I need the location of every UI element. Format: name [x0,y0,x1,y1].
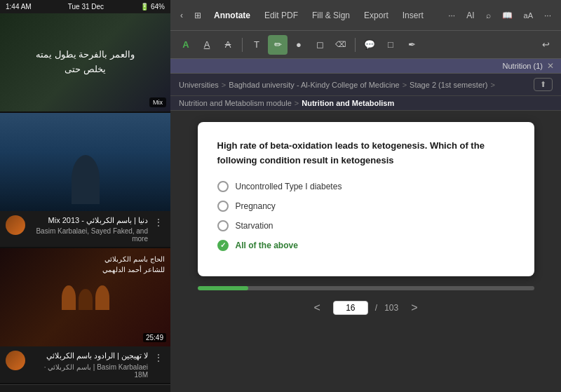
search-button[interactable]: ⌕ [482,8,495,23]
right-panel: ‹ ⊞ Annotate Edit PDF Fill & Sign Export… [170,0,561,392]
crowd-person-2 [79,289,93,310]
video-item-1[interactable]: والعمر بالفرحة يطول يمته يخلص حتى Mix [0,13,170,111]
video-item-2[interactable]: دنيا | باسم الكربلائي - Mix 2013 Basim K… [0,113,170,247]
text-strikethrough-btn[interactable]: A [218,35,238,55]
ink-btn[interactable]: ● [289,35,309,55]
nutrition-badge-bar: Nutrition (1) ✕ [170,59,561,74]
undo-btn[interactable]: ↩ [536,35,555,55]
share-button[interactable]: ⬆ [534,78,553,91]
insert-tab[interactable]: Insert [397,8,429,23]
video-item-3[interactable]: الحاج باسم الكربلائي للشاعر أحمد الدلهمي… [0,248,170,382]
signature-icon: ✒ [408,39,416,50]
text-color-icon: A [182,39,189,50]
video-title-2: دنيا | باسم الكربلائي - Mix 2013 [29,215,148,226]
reader-button[interactable]: 📖 [498,8,517,23]
text-underline-btn[interactable]: A [197,35,217,55]
option-label-4: All of the above [236,241,298,250]
option-label-1: Uncontrolled Type I diabetes [236,182,342,191]
breadcrumb-universities[interactable]: Universities [179,81,219,89]
nutrition-badge-close[interactable]: ✕ [547,61,554,71]
nutrition-badge-text: Nutrition (1) [503,62,543,70]
time-display: 1:44 AM [6,3,32,11]
breadcrumb-university[interactable]: Baghdad university - Al-Kindy College of… [229,81,399,89]
highlight-btn[interactable]: ✏ [268,35,288,55]
avatar-3 [6,351,25,370]
video-arabic-text: والعمر بالفرحة يطول يمته يخلص حتى [30,42,140,83]
settings-button[interactable]: ··· [540,8,555,23]
video-duration-3: 25:49 [143,333,166,342]
clear-icon: ⌫ [335,40,346,49]
type-text-btn[interactable]: T [247,35,266,55]
video-bg-1: والعمر بالفرحة يطول يمته يخلص حتى [0,13,170,111]
video-title-3: لا تهيجين | الرادود باسم الكربلائي [29,351,148,361]
status-bar: 1:44 AM Tue 31 Dec 🔋 64% [0,0,170,13]
edit-pdf-tab[interactable]: Edit PDF [259,8,304,23]
breadcrumb-sep-1: > [222,81,226,89]
option-row-4[interactable]: All of the above [217,240,515,251]
highlight-pen-icon: ✏ [274,39,282,50]
page-total-count: 103 [384,303,398,313]
progress-bar-fill [198,286,248,290]
annotate-tab[interactable]: Annotate [208,8,256,23]
comment-btn[interactable]: 💬 [360,35,379,55]
breadcrumb-stage[interactable]: Stage 2 (1st semester) [410,81,487,89]
video-author-3: Basim Karbalaei | باسم الكربلائي · 18M [29,363,148,379]
text-strikethrough-icon: A [225,39,231,50]
fill-sign-tab[interactable]: Fill & Sign [306,8,356,23]
date-display: Tue 31 Dec [68,3,104,11]
signature-btn[interactable]: ✒ [402,35,421,55]
option-radio-4[interactable] [217,240,229,251]
option-row-3[interactable]: Starvation [217,220,515,231]
comment-icon: 💬 [364,39,375,50]
question-text: High rate of beta-oxidation leads to ket… [217,139,515,168]
back-button[interactable]: ‹ [176,8,187,23]
ai-button[interactable]: AI [462,8,478,23]
clear-btn[interactable]: ⌫ [331,35,351,55]
annotation-toolbar: A A A T ✏ ● ◻ ⌫ 💬 □ ✒ [170,31,561,59]
option-label-3: Starvation [236,221,273,231]
more-menu-button[interactable]: ··· [444,8,459,23]
shapes-btn[interactable]: □ [381,35,400,55]
sep1 [242,38,243,52]
page-navigation: < / 103 > [308,299,423,317]
avatar-2 [6,215,25,235]
breadcrumb-module[interactable]: Nutrition and Metabolism module [179,99,292,107]
crowd-person-3 [95,285,109,310]
option-radio-3[interactable] [217,220,229,231]
shapes-icon: □ [388,39,393,50]
grid-button[interactable]: ⊞ [190,8,205,23]
crowd-person-1 [62,285,76,310]
video-info-2: دنيا | باسم الكربلائي - Mix 2013 Basim K… [0,211,170,247]
video-details-3: لا تهيجين | الرادود باسم الكربلائي Basim… [29,351,148,378]
person-silhouette [72,155,100,204]
option-radio-1[interactable] [217,181,229,192]
video-more-btn-2[interactable]: ⋮ [152,215,165,229]
page-number-input[interactable] [333,301,368,315]
option-radio-2[interactable] [217,201,229,212]
question-card: High rate of beta-oxidation leads to ket… [198,122,534,276]
ink-icon: ● [296,39,302,50]
ai-icon: AI [466,11,474,20]
video-thumb-2 [0,113,170,211]
more-icon: ··· [448,11,455,20]
video-details-2: دنيا | باسم الكربلائي - Mix 2013 Basim K… [29,215,148,243]
search-icon: ⌕ [486,11,491,20]
video-more-btn-3[interactable]: ⋮ [152,351,165,365]
left-panel: 1:44 AM Tue 31 Dec 🔋 64% والعمر بالفرحة … [0,0,170,392]
prev-page-button[interactable]: < [308,299,325,317]
eraser-btn[interactable]: ◻ [310,35,330,55]
option-row-1[interactable]: Uncontrolled Type I diabetes [217,181,515,192]
option-label-2: Pregnancy [236,201,276,211]
pdf-content: High rate of beta-oxidation leads to ket… [170,111,561,392]
video-thumb-3: الحاج باسم الكربلائي للشاعر أحمد الدلهمي… [0,248,170,346]
export-tab[interactable]: Export [358,8,394,23]
left-footer: ✉ Email 📞 Phone 🏠 Address [0,384,170,392]
breadcrumb-sep-3: > [490,81,494,89]
avatar-img-3 [6,351,25,370]
text-size-button[interactable]: aA [520,8,537,22]
progress-bar-bg [198,286,534,290]
option-row-2[interactable]: Pregnancy [217,201,515,212]
next-page-button[interactable]: > [405,299,423,317]
text-color-btn[interactable]: A [176,35,196,55]
sep2 [355,38,356,52]
